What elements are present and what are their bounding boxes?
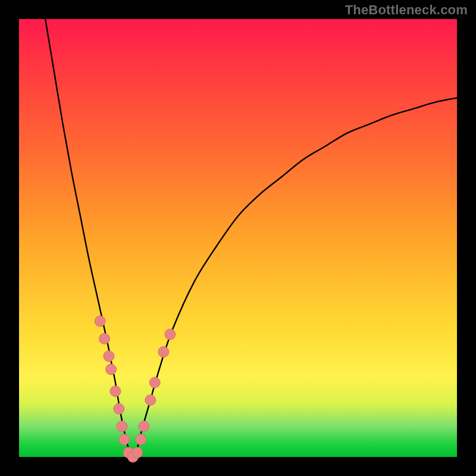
right-dot-1 [136,434,146,445]
data-points [95,316,176,462]
left-dot-3 [104,351,114,362]
left-dot-5 [110,386,121,397]
right-dot-5 [158,346,169,357]
right-dot-2 [139,421,149,431]
chart-frame: TheBottleneck.com [0,0,476,476]
bottom-dot-3 [132,447,143,458]
left-dot-1 [95,316,105,327]
right-dot-3 [145,394,156,405]
left-dot-2 [99,333,110,344]
right-dot-4 [149,377,160,388]
right-dot-6 [165,329,176,340]
watermark-text: TheBottleneck.com [345,2,468,18]
plot-area [19,19,457,457]
chart-svg [19,19,457,457]
left-dot-6 [114,403,124,414]
left-dot-4 [106,364,117,375]
bottleneck-curve [45,19,457,457]
left-dot-7 [117,421,127,431]
left-dot-8 [119,434,130,445]
